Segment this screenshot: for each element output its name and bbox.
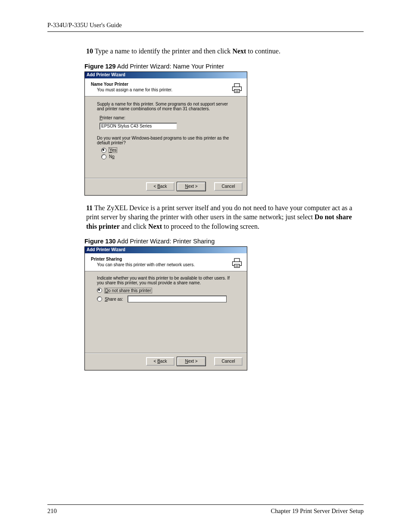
running-header: P-334U/P-335U User's Guide [47,22,364,32]
wizard-banner: Printer Sharing You can share this print… [85,253,247,271]
indicate-text: Indicate whether you want this printer t… [97,276,235,285]
radio-yes-label: Yes [109,148,117,152]
radio-share-as-row[interactable]: Share as: [97,296,235,302]
printer-icon [230,256,243,269]
supply-text: Supply a name for this printer. Some pro… [97,102,235,111]
radio-share-as[interactable] [97,296,102,302]
svg-rect-6 [234,258,240,262]
add-printer-wizard-dialog-name: Add Printer Wizard Name Your Printer You… [84,72,247,196]
cancel-button[interactable]: Cancel [214,182,243,191]
page-footer: 210 Chapter 19 Print Server Driver Setup [47,504,364,515]
banner-subtitle: You can share this printer with other ne… [97,262,243,267]
add-printer-wizard-dialog-sharing: Add Printer Wizard Printer Sharing You c… [84,246,247,370]
svg-rect-2 [234,89,240,93]
svg-rect-7 [234,264,240,268]
next-button[interactable]: Next > [177,357,206,366]
wizard-banner: Name Your Printer You must assign a name… [85,78,247,96]
svg-rect-1 [234,84,240,87]
back-button[interactable]: < Back [146,357,174,366]
step-11-mid: and click [120,223,148,230]
wizard-content: Indicate whether you want this printer t… [85,271,247,353]
printer-name-label: Printer name: [100,115,235,120]
banner-subtitle: You must assign a name for this printer. [97,87,243,92]
page-number: 210 [47,507,57,515]
figure-129-caption: Figure 129 Add Printer Wizard: Name Your… [84,63,364,70]
button-row: < Back Next > Cancel [85,178,247,195]
step-11: 11 The ZyXEL Device is a print server it… [86,203,364,231]
step-10-next-keyword: Next [232,47,246,55]
step-10-number: 10 [86,47,93,55]
step-10-text-post: to continue. [246,47,280,55]
step-10: 10 Type a name to identify the printer a… [86,47,364,56]
default-printer-question: Do you want your Windows-based programs … [97,136,235,145]
figure-130-title: Add Printer Wizard: Printer Sharing [116,238,215,245]
radio-yes-row[interactable]: Yes [101,148,235,153]
share-name-input[interactable] [128,296,227,302]
banner-title: Printer Sharing [91,257,243,261]
titlebar: Add Printer Wizard [85,72,247,78]
figure-130-label: Figure 130 [84,238,116,245]
figure-129-label: Figure 129 [84,63,116,70]
back-button[interactable]: < Back [146,182,174,191]
button-row: < Back Next > Cancel [85,353,247,370]
step-11-number: 11 [86,204,93,212]
banner-title: Name Your Printer [91,82,243,87]
radio-do-not-share-row[interactable]: Do not share this printer [97,288,235,293]
radio-share-as-label: Share as: [105,297,123,302]
radio-yes[interactable] [101,148,106,153]
cancel-button[interactable]: Cancel [214,357,243,366]
figure-130-caption: Figure 130 Add Printer Wizard: Printer S… [84,238,364,245]
titlebar: Add Printer Wizard [85,247,247,253]
printer-icon [230,81,243,94]
radio-no[interactable] [101,154,106,159]
printer-name-input[interactable] [100,123,177,130]
step-10-text-pre: Type a name to identify the printer and … [93,47,232,55]
step-11-bold-2: Next [148,223,162,230]
step-11-text-1: The ZyXEL Device is a print server itsel… [86,204,352,221]
radio-no-row[interactable]: No [101,154,235,159]
chapter-label: Chapter 19 Print Server Driver Setup [271,507,364,515]
step-11-post: to proceed to the following screen. [162,223,259,230]
figure-129-title: Add Printer Wizard: Name Your Printer [116,63,224,70]
radio-do-not-share-label: Do not share this printer [105,288,152,293]
wizard-content: Supply a name for this printer. Some pro… [85,96,247,178]
radio-do-not-share[interactable] [97,288,102,293]
page: P-334U/P-335U User's Guide 10 Type a nam… [0,0,411,532]
next-button[interactable]: Next > [177,182,206,191]
radio-no-label: No [109,154,115,159]
